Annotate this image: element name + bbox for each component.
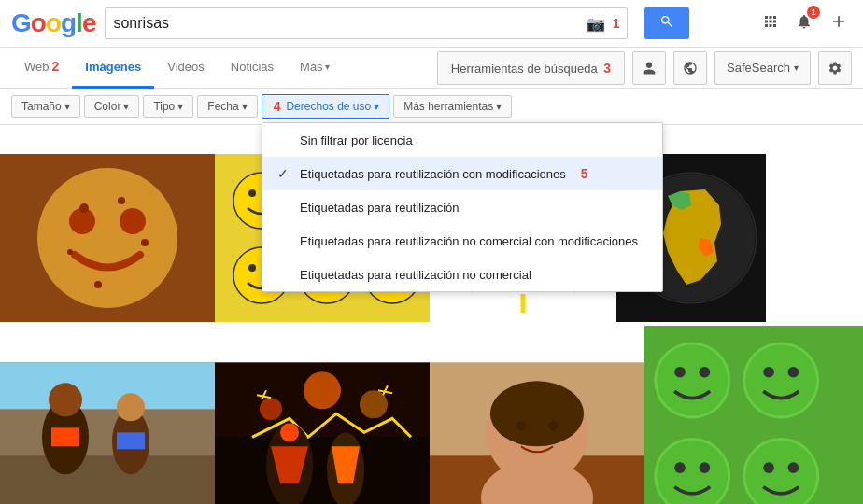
svg-point-11	[248, 189, 256, 197]
dropdown-badge-5: 5	[581, 166, 588, 181]
svg-point-1	[37, 168, 177, 308]
nav-noticias[interactable]: Noticias	[218, 48, 287, 89]
apps-icon[interactable]	[758, 9, 783, 38]
svg-point-8	[94, 281, 102, 288]
image-festival[interactable]	[215, 324, 430, 504]
notification-icon[interactable]: 1	[792, 9, 816, 38]
settings-button[interactable]	[818, 51, 852, 85]
notification-badge: 1	[807, 6, 820, 19]
svg-rect-44	[0, 455, 215, 504]
svg-point-6	[141, 239, 149, 246]
svg-point-67	[490, 381, 584, 446]
search-badge-1: 1	[613, 16, 620, 31]
svg-point-83	[700, 462, 711, 473]
search-tools-button[interactable]: Herramientas de búsqueda 3	[437, 51, 625, 85]
dropdown-item-0[interactable]: Sin filtrar por licencia	[262, 123, 662, 157]
safe-search-button[interactable]: SafeSearch ▾	[714, 51, 811, 85]
image-girl[interactable]	[430, 324, 644, 504]
search-button[interactable]	[644, 7, 689, 39]
svg-point-3	[120, 208, 146, 234]
svg-point-77	[745, 344, 816, 415]
filter-rights[interactable]: 4 Derechos de uso ▾	[262, 94, 390, 119]
nav-badge-2: 2	[52, 59, 60, 74]
svg-point-87	[788, 462, 799, 473]
header: Google sonrisas 📷 1 1	[0, 0, 863, 48]
svg-point-74	[674, 367, 686, 378]
filter-size[interactable]: Tamaño ▾	[11, 95, 80, 118]
nav-mas[interactable]: Más ▾	[287, 48, 343, 89]
dropdown-item-3[interactable]: Etiquetadas para reutilización no comerc…	[262, 224, 662, 258]
svg-rect-50	[51, 427, 79, 446]
svg-rect-51	[117, 432, 145, 449]
account-button[interactable]	[632, 51, 666, 85]
svg-point-59	[280, 423, 299, 441]
svg-point-75	[700, 367, 711, 378]
tools-badge-3: 3	[603, 61, 611, 76]
filter-badge-4: 4	[274, 99, 281, 114]
svg-point-69	[548, 421, 558, 430]
nav-imagenes[interactable]: Imágenes	[72, 48, 154, 89]
add-account-icon[interactable]	[826, 8, 852, 39]
svg-point-20	[248, 264, 256, 272]
image-beach-people[interactable]	[0, 324, 215, 504]
google-logo: Google	[11, 8, 95, 38]
svg-point-54	[304, 371, 341, 409]
svg-rect-45	[0, 362, 215, 409]
svg-point-5	[118, 197, 125, 204]
svg-point-7	[67, 249, 73, 255]
svg-point-82	[674, 462, 686, 473]
svg-point-86	[763, 462, 774, 473]
search-box: sonrisas 📷 1	[105, 7, 628, 39]
globe-button[interactable]	[673, 51, 707, 85]
image-cookie[interactable]	[0, 152, 215, 324]
filter-type[interactable]: Tipo ▾	[143, 95, 193, 118]
nav-videos[interactable]: Videos	[154, 48, 218, 89]
svg-point-79	[788, 367, 799, 378]
nav-bar: Web 2 Imágenes Videos Noticias Más ▾ Her…	[0, 48, 863, 89]
filter-color[interactable]: Color ▾	[84, 95, 140, 118]
nav-web[interactable]: Web 2	[11, 48, 72, 89]
rights-dropdown: Sin filtrar por licencia ✓ Etiquetadas p…	[262, 122, 663, 292]
filter-more-tools[interactable]: Más herramientas ▾	[393, 95, 512, 118]
svg-point-68	[516, 421, 526, 430]
dropdown-item-1[interactable]: ✓ Etiquetadas para reutilización con mod…	[262, 157, 662, 190]
svg-point-73	[657, 344, 728, 415]
svg-rect-53	[215, 437, 430, 504]
svg-point-49	[117, 393, 145, 421]
dropdown-item-4[interactable]: Etiquetadas para reutilización no comerc…	[262, 258, 662, 291]
camera-icon[interactable]: 📷	[587, 15, 605, 33]
image-green-smileys[interactable]	[644, 324, 863, 504]
filter-date[interactable]: Fecha ▾	[197, 95, 257, 118]
svg-point-47	[49, 383, 82, 416]
svg-point-55	[260, 398, 282, 420]
filter-bar: Tamaño ▾ Color ▾ Tipo ▾ Fecha ▾ 4 Derech…	[0, 89, 863, 125]
dropdown-item-2[interactable]: Etiquetadas para reutilización	[262, 190, 662, 224]
image-row-2	[0, 324, 863, 504]
svg-point-4	[79, 203, 89, 213]
header-right: 1	[758, 8, 852, 39]
search-input[interactable]: sonrisas	[113, 15, 586, 32]
svg-point-78	[763, 367, 774, 378]
